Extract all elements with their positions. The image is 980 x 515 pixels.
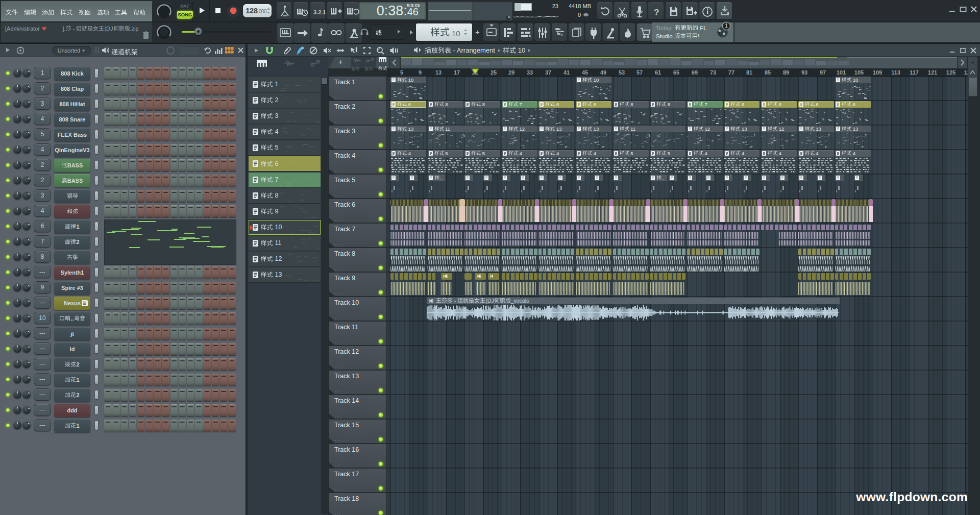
- svg-text:3.2.1: 3.2.1: [313, 9, 326, 15]
- svg-text:?: ?: [654, 8, 659, 17]
